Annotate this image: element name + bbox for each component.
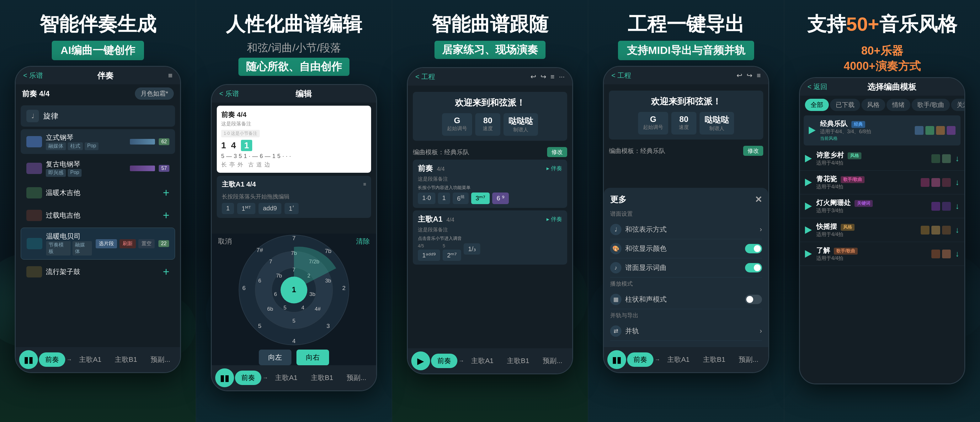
redo-icon[interactable]: ↪ (541, 73, 546, 81)
guitar-plus[interactable]: + (163, 186, 169, 199)
download-qhc[interactable]: ↓ (955, 178, 959, 187)
eguitar-icon (26, 210, 42, 221)
instrument-eguitar[interactable]: 过载电吉他 + (21, 205, 175, 226)
nav-prechorus[interactable]: 预副... (144, 352, 176, 367)
template-edit-btn[interactable]: 修改 (547, 147, 567, 157)
style-item-qinghuaci[interactable]: 青花瓷 歌手/歌曲 适用于4/4拍 ↓ (800, 171, 964, 194)
verse-1add9[interactable]: 1ᵃᵈᵈ⁹ (418, 249, 440, 261)
measure-1mt[interactable]: 1ᴹᵀ (237, 203, 255, 214)
tab-style[interactable]: 风格 (861, 99, 885, 111)
eguitar-plus[interactable]: + (163, 209, 169, 222)
wheel-clear-btn[interactable]: 清除 (356, 237, 370, 246)
preset-btn[interactable]: 月色如霜* (135, 87, 174, 100)
folk-inst-2 (942, 154, 951, 163)
setting-chord-style[interactable]: ♩ 和弦表示方式 › (610, 220, 762, 239)
back-btn-2[interactable]: < 乐谱 (219, 89, 239, 98)
instrument-guitar[interactable]: 温暖木吉他 + (21, 182, 175, 203)
style-tag-lantern: 关键词 (854, 200, 873, 207)
nav2-prechorus[interactable]: 预副... (340, 371, 372, 385)
measure-6w[interactable]: 6弱 (453, 192, 469, 204)
nav2-verse2[interactable]: 主歌B1 (305, 371, 339, 385)
num-selected[interactable]: 1 (241, 140, 252, 151)
drums-plus[interactable]: + (163, 265, 169, 278)
nav3-prechorus[interactable]: 预副... (536, 354, 568, 368)
style-item-lantern[interactable]: 灯火阑珊处 关键词 适用于3/4拍 ↓ (800, 194, 964, 218)
tab-downloaded[interactable]: 已下载 (830, 99, 860, 111)
chorus-menu[interactable]: ≡ (363, 181, 366, 187)
wheel-left-btn[interactable]: 向左 (259, 350, 291, 365)
nav4-prechorus[interactable]: 预副... (732, 352, 765, 367)
instrument-piano[interactable]: 立式钢琴 融媒体 柱式 Pop 62 (21, 129, 175, 154)
back-btn-3[interactable]: < 工程 (415, 72, 435, 81)
list-icon[interactable]: ≡ (550, 73, 555, 81)
verse-1-3[interactable]: 1/₃ (464, 243, 480, 255)
title-follow: 智能曲谱跟随 (432, 13, 548, 36)
play-button-2[interactable]: ▮▮ (215, 368, 234, 387)
nav3-verse2[interactable]: 主歌B1 (501, 354, 536, 368)
play-button-1[interactable]: ▮▮ (19, 350, 38, 369)
nav-verse2[interactable]: 主歌B1 (108, 352, 143, 367)
list-icon-4[interactable]: ≡ (757, 71, 761, 79)
bass-action-select[interactable]: 选片段 (95, 239, 117, 248)
measure-69[interactable]: 6 ⁹ (492, 192, 509, 204)
download-fast[interactable]: ↓ (955, 225, 959, 235)
tab-all[interactable]: 全部 (805, 99, 829, 111)
undo-icon[interactable]: ↩ (530, 73, 536, 81)
piano-bar (130, 139, 155, 144)
measure-3m7[interactable]: 3ᵐ⁷ (471, 192, 490, 204)
bass-action-reset[interactable]: 置空 (138, 239, 155, 248)
tab-follow[interactable]: 关注 (951, 99, 964, 111)
download-folk[interactable]: ↓ (955, 154, 959, 163)
measure-1p[interactable]: 1ʹ (285, 203, 299, 214)
setting-column-mode[interactable]: ▦ 柱状和声模式 (610, 290, 762, 309)
chord-color-toggle[interactable] (745, 244, 762, 253)
template-edit-btn-4[interactable]: 修改 (743, 146, 763, 156)
style-item-fast[interactable]: 快摇摆 风格 适用于4/4拍 ↓ (800, 218, 964, 242)
nav2-verse1[interactable]: 主歌A1 (269, 371, 304, 385)
nav3-prelude[interactable]: 前奏 (431, 354, 457, 368)
column-mode-toggle[interactable] (745, 295, 762, 304)
back-btn-4[interactable]: < 工程 (611, 71, 631, 80)
measure-10[interactable]: 1·0 (418, 192, 436, 204)
download-lantern[interactable]: ↓ (955, 201, 959, 211)
melody-row[interactable]: ♩ 旋律 (21, 105, 175, 127)
redo-icon-4[interactable]: ↪ (747, 71, 752, 79)
wheel-cancel-btn[interactable]: 取消 (218, 237, 232, 246)
style-item-understand[interactable]: 了解 歌手/歌曲 适用于4/4拍 ↓ (800, 242, 964, 266)
verse-col2: 5 2ᵐ⁷ (442, 243, 461, 261)
back-btn-1[interactable]: < 乐谱 (23, 71, 43, 80)
measure-1-3[interactable]: 1 (438, 192, 450, 204)
nav4-verse2[interactable]: 主歌B1 (697, 352, 732, 367)
setting-show-lyrics[interactable]: ♪ 谱面显示词曲 (610, 259, 762, 278)
style-item-classical[interactable]: 经典乐队 经典 适用于4/4、3/4、6/8拍 当前风格 (804, 115, 961, 146)
nav2-prelude[interactable]: 前奏 (235, 371, 261, 385)
download-understand[interactable]: ↓ (955, 249, 959, 259)
nav4-prelude[interactable]: 前奏 (627, 352, 654, 367)
play-button-4[interactable]: ▮▮ (607, 350, 626, 369)
nav4-verse1[interactable]: 主歌A1 (661, 352, 696, 367)
wheel-right-btn[interactable]: 向右 (296, 350, 329, 365)
bass-action-refresh[interactable]: 刷新 (119, 239, 136, 248)
measure-1[interactable]: 1 (222, 203, 234, 214)
tab-mood[interactable]: 情绪 (886, 99, 910, 111)
nav-verse1[interactable]: 主歌A1 (73, 352, 108, 367)
instrument-drums[interactable]: 流行架子鼓 + (21, 262, 175, 282)
instrument-epiano[interactable]: 复古电钢琴 即兴感 Pop 57 (21, 156, 175, 181)
nav3-verse1[interactable]: 主歌A1 (465, 354, 500, 368)
undo-icon-4[interactable]: ↩ (737, 71, 742, 79)
back-btn-5[interactable]: < 返回 (807, 82, 827, 92)
measure-add9[interactable]: add9 (258, 203, 282, 214)
tab-artist[interactable]: 歌手/歌曲 (912, 99, 950, 111)
play-button-3[interactable]: ▶ (411, 351, 430, 370)
setting-chord-color[interactable]: 🎨 和弦显示颜色 (610, 239, 762, 259)
show-lyrics-toggle[interactable] (745, 263, 762, 273)
style-sub-folk: 适用于4/4拍 (816, 160, 927, 167)
instrument-bass[interactable]: 温暖电贝司 节奏模板 融媒体 选片段 刷新 置空 22 (21, 228, 175, 260)
nav-prelude[interactable]: 前奏 (39, 352, 65, 367)
menu-icon-1[interactable]: ≡ (168, 71, 173, 80)
style-item-folk[interactable]: 诗意乡村 风格 适用于4/4拍 ↓ (800, 147, 964, 171)
setting-mixdown[interactable]: ⇄ 并轨 › (610, 322, 762, 341)
more-icon[interactable]: ··· (559, 73, 565, 81)
more-close-btn[interactable]: ✕ (755, 194, 762, 205)
verse-2m7[interactable]: 2ᵐ⁷ (442, 249, 461, 261)
